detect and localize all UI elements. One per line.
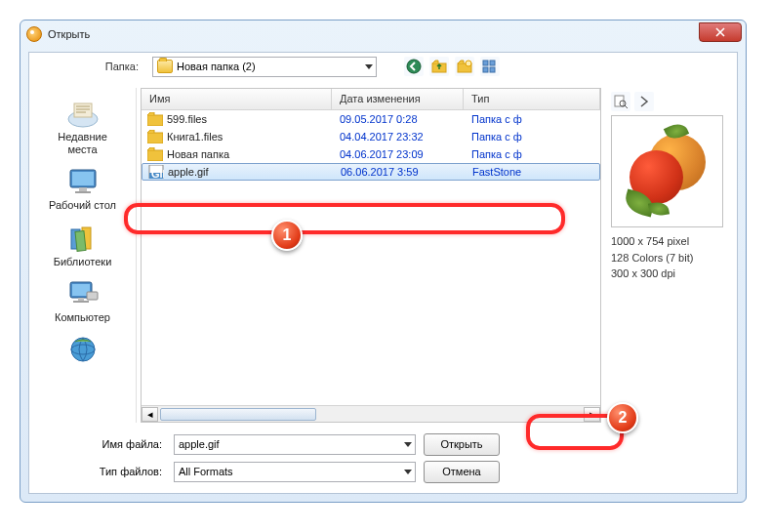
file-name: Новая папка [167,148,229,160]
filename-input[interactable]: apple.gif [174,434,416,455]
place-network[interactable] [39,330,127,371]
file-date: 09.05.2017 0:28 [332,113,464,125]
col-name[interactable]: Имя [142,89,332,109]
svg-rect-5 [490,61,495,65]
svg-rect-25 [147,133,163,143]
window-title: Открыть [48,28,90,40]
svg-rect-16 [74,230,85,251]
svg-rect-7 [490,67,495,72]
file-type: Папка с ф [464,131,600,143]
folder-value: Новая папка (2) [177,61,256,72]
titlebar[interactable]: Открыть [20,20,746,48]
col-type[interactable]: Тип [464,89,600,109]
filename-label: Имя файла: [68,438,166,450]
place-recent[interactable]: Недавние места [39,94,127,160]
filetype-dropdown[interactable]: All Formats [174,462,416,482]
preview-zoom-icon[interactable] [611,92,630,111]
file-list: Имя Дата изменения Тип 599.files09.05.20… [141,88,601,423]
scroll-left-button[interactable]: ◂ [142,407,158,422]
svg-rect-19 [78,298,84,301]
places-bar: Недавние места Рабочий стол Библиотеки К… [29,88,137,423]
annotation-badge-2: 2 [607,402,638,433]
file-type: Папка с ф [464,148,600,160]
cancel-button[interactable]: Отмена [424,461,500,483]
file-type: Папка с ф [464,113,600,125]
filetype-label: Тип файлов: [68,466,166,477]
svg-rect-9 [74,103,92,117]
scroll-right-button[interactable]: ▸ [584,407,600,422]
preview-pane: 1000 x 754 pixel 128 Colors (7 bit) 300 … [605,88,737,423]
file-row[interactable]: GIFapple.gif06.06.2017 3:59FastStone [142,163,600,181]
scroll-thumb[interactable] [160,408,316,421]
file-date: 04.04.2017 23:32 [332,131,464,143]
new-folder-button[interactable] [455,57,474,76]
file-name: 599.files [167,113,207,125]
open-dialog: Открыть Папка: Новая папка (2) [20,20,747,503]
horizontal-scrollbar[interactable]: ◂ ▸ [142,405,600,422]
view-menu-button[interactable] [480,57,500,76]
folder-dropdown[interactable]: Новая папка (2) [152,57,377,77]
file-row[interactable]: Книга1.files04.04.2017 23:32Папка с ф [142,128,600,145]
chevron-down-icon [365,64,373,69]
app-icon [26,26,42,42]
svg-rect-4 [483,61,488,65]
preview-image [611,115,723,227]
annotation-badge-1: 1 [271,220,303,251]
place-computer[interactable]: Компьютер [39,274,127,328]
svg-rect-24 [147,115,163,126]
preview-dpi: 300 x 300 dpi [611,266,737,282]
folder-icon [157,60,173,73]
back-button[interactable] [404,57,424,76]
preview-next-icon[interactable] [634,92,654,111]
chevron-down-icon [404,470,412,474]
place-libraries[interactable]: Библиотеки [39,219,127,272]
svg-point-0 [407,60,421,73]
file-type: FastStone [465,166,599,178]
chevron-down-icon [404,442,412,447]
svg-rect-21 [87,292,98,300]
preview-colors: 128 Colors (7 bit) [611,250,737,266]
svg-rect-20 [73,301,89,303]
file-row[interactable]: Новая папка04.06.2017 23:09Папка с ф [142,145,600,163]
up-folder-button[interactable] [429,57,449,76]
preview-dimensions: 1000 x 754 pixel [611,233,737,250]
svg-rect-11 [72,172,94,185]
file-row[interactable]: 599.files09.05.2017 0:28Папка с ф [142,110,600,128]
place-desktop[interactable]: Рабочий стол [39,162,127,216]
svg-rect-6 [483,67,488,72]
close-button[interactable] [699,22,742,42]
open-button[interactable]: Открыть [424,433,500,456]
svg-rect-13 [75,191,91,193]
file-date: 04.06.2017 23:09 [332,148,464,160]
svg-text:GIF: GIF [151,168,164,179]
col-date[interactable]: Дата изменения [332,89,464,109]
svg-rect-12 [79,187,87,191]
file-date: 06.06.2017 3:59 [333,166,465,178]
svg-point-3 [466,61,471,66]
file-name: apple.gif [168,166,209,178]
folder-label: Папка: [37,61,144,72]
file-name: Книга1.files [167,131,223,143]
svg-rect-26 [147,150,163,161]
